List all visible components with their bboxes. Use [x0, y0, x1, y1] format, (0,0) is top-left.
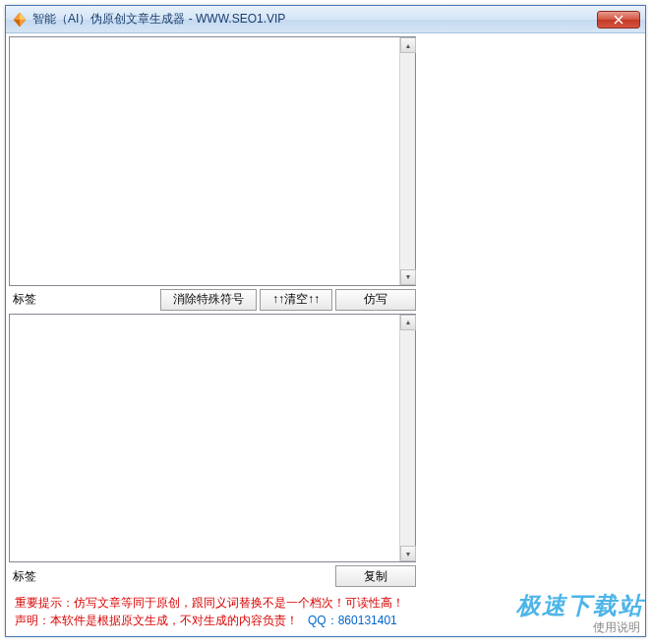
scroll-down-icon[interactable]: ▾: [400, 546, 416, 561]
application-window: 智能（AI）伪原创文章生成器 - WWW.SEO1.VIP ▴ ▾ 标签 消除特…: [5, 5, 646, 637]
close-button[interactable]: [597, 11, 640, 29]
input-label: 标签: [9, 291, 40, 308]
rewrite-button[interactable]: 仿写: [335, 289, 416, 311]
input-textarea-container: ▴ ▾: [9, 36, 416, 286]
watermark-sub: 使用说明: [516, 619, 644, 636]
notice-text: 本软件是根据原文生成，不对生成的内容负责！: [50, 614, 298, 627]
window-title: 智能（AI）伪原创文章生成器 - WWW.SEO1.VIP: [32, 11, 597, 28]
scroll-up-icon[interactable]: ▴: [400, 315, 416, 330]
left-panel: ▴ ▾ 标签 消除特殊符号 ↑↑清空↑↑ 仿写 ▴ ▾: [6, 33, 419, 636]
titlebar[interactable]: 智能（AI）伪原创文章生成器 - WWW.SEO1.VIP: [6, 6, 645, 33]
notice-prefix: 重要提示：: [15, 596, 74, 610]
notice-area: 重要提示：仿写文章等同于原创，跟同义词替换不是一个档次！可读性高！ 声明：本软件…: [9, 590, 416, 633]
output-scrollbar[interactable]: ▴ ▾: [399, 315, 415, 562]
notice-important: 重要提示：仿写文章等同于原创，跟同义词替换不是一个档次！可读性高！: [15, 594, 410, 612]
remove-special-chars-button[interactable]: 消除特殊符号: [160, 289, 257, 311]
watermark-main: 极速下载站: [516, 590, 644, 621]
close-icon: [614, 15, 623, 25]
input-scrollbar[interactable]: ▴ ▾: [399, 37, 415, 285]
scroll-up-icon[interactable]: ▴: [400, 37, 416, 53]
content-area: ▴ ▾ 标签 消除特殊符号 ↑↑清空↑↑ 仿写 ▴ ▾: [6, 33, 645, 636]
output-textarea-container: ▴ ▾: [9, 314, 416, 563]
right-panel: [419, 33, 645, 636]
svg-marker-1: [20, 13, 26, 20]
input-toolbar: 标签 消除特殊符号 ↑↑清空↑↑ 仿写: [9, 288, 416, 312]
notice-disclaimer: 声明：本软件是根据原文生成，不对生成的内容负责！ QQ：860131401: [15, 612, 410, 629]
watermark: 极速下载站 使用说明: [516, 590, 644, 636]
qq-label: QQ：: [308, 614, 338, 627]
output-toolbar: 标签 复制: [9, 564, 416, 588]
output-textarea[interactable]: [10, 315, 399, 562]
qq-number: 860131401: [338, 614, 397, 627]
clear-button[interactable]: ↑↑清空↑↑: [260, 289, 332, 311]
scroll-down-icon[interactable]: ▾: [400, 269, 416, 285]
notice-text: 仿写文章等同于原创，跟同义词替换不是一个档次！可读性高！: [74, 596, 404, 610]
output-label: 标签: [9, 568, 40, 585]
copy-button[interactable]: 复制: [335, 565, 416, 587]
notice-prefix: 声明：: [15, 614, 50, 627]
input-textarea[interactable]: [10, 37, 399, 285]
app-icon: [12, 12, 28, 28]
